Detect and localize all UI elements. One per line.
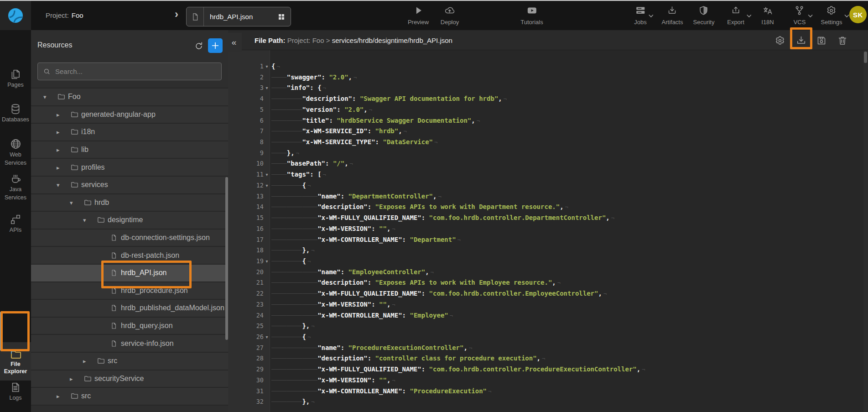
caret-down-icon[interactable]: ▾ (83, 217, 86, 224)
fold-caret-icon[interactable]: ▾ (264, 180, 270, 191)
search-input[interactable] (38, 63, 221, 80)
folder-icon (70, 110, 79, 119)
menu-i18n[interactable]: I18N (761, 5, 774, 26)
refresh-button[interactable] (193, 40, 205, 52)
tree-item-hrdb-procedure-json[interactable]: hrdb_procedure.json (31, 282, 228, 299)
file-path-label: File Path: (255, 37, 287, 44)
eol-marker: ¬ (311, 247, 314, 254)
tree-item-designtime[interactable]: ▾designtime (31, 211, 228, 229)
caret-right-icon[interactable]: ▸ (57, 111, 60, 118)
tree-item-hrdb-query-json[interactable]: hrdb_query.json (31, 317, 228, 334)
eol-marker: ¬ (557, 280, 561, 286)
sidebar-item-databases[interactable]: Databases (0, 103, 31, 123)
caret-right-icon[interactable]: ▸ (70, 375, 73, 382)
eol-marker: ¬ (603, 291, 607, 297)
editor-scrollbar-track (863, 50, 868, 412)
tree-item-services[interactable]: ▾services (31, 176, 228, 193)
menu-export[interactable]: Export (727, 5, 744, 26)
sidebar-item-apis[interactable]: APIs (0, 214, 31, 234)
caret-right-icon[interactable]: ▸ (83, 358, 86, 365)
save-button[interactable] (816, 35, 827, 47)
fold-gutter (264, 213, 270, 224)
nav-label: APIs (10, 227, 21, 234)
menu-jobs[interactable]: Jobs (634, 5, 646, 26)
fold-gutter (264, 202, 270, 213)
sidebar-item-logs[interactable]: Logs (0, 381, 31, 402)
tree-item-hrdb-api-json[interactable]: hrdb_API.json (31, 264, 228, 282)
nav-label: Services (5, 160, 26, 167)
file-icon (110, 304, 118, 313)
caret-down-icon[interactable]: ▾ (57, 182, 60, 188)
app-logo[interactable] (0, 1, 31, 30)
user-avatar[interactable]: SK (849, 6, 867, 23)
tree-item-db-connection-settings-json[interactable]: db-connection-settings.json (31, 229, 228, 246)
tree-item-hrdb[interactable]: ▾hrdb (31, 193, 228, 211)
eol-marker: ¬ (611, 215, 614, 221)
caret-down-icon[interactable]: ▾ (43, 94, 47, 100)
sidebar-item-file-explorer[interactable]: FileExplorer (0, 342, 31, 381)
download-tray-icon (667, 5, 678, 16)
menu-vcs[interactable]: VCS (794, 5, 806, 26)
add-button[interactable] (208, 38, 223, 53)
menu-settings[interactable]: Settings (821, 5, 842, 26)
tree-item-service-info-json[interactable]: service-info.json (31, 334, 228, 352)
caret-down-icon[interactable]: ▾ (70, 199, 73, 206)
fold-gutter (264, 288, 270, 299)
sidebar-item-web-services[interactable]: WebServices (0, 138, 31, 167)
tree-item-db-rest-patch-json[interactable]: db-rest-patch.json (31, 246, 228, 264)
eol-marker: ¬ (488, 388, 491, 395)
tree-item-lib[interactable]: ▸lib (31, 141, 228, 158)
caret-right-icon[interactable]: ▸ (57, 164, 60, 171)
sidebar-item-pages[interactable]: Pages (0, 68, 31, 89)
code-line-26: 26▾ {¬ (228, 332, 868, 343)
line-number: 4 (228, 94, 264, 104)
editor-scrollbar-thumb[interactable] (864, 52, 867, 63)
plus-icon (210, 41, 220, 51)
database-icon (10, 103, 21, 115)
grid-icon[interactable] (277, 13, 286, 21)
collapse-panel-button[interactable]: « (226, 33, 242, 52)
code-line-2: 2 "swagger": "2.0",¬ (228, 72, 868, 83)
delete-button[interactable] (837, 35, 848, 47)
tree-item-label: hrdb (94, 198, 109, 207)
caret-right-icon[interactable]: ▸ (57, 393, 60, 400)
menu-label: Jobs (634, 19, 646, 26)
download-button[interactable] (795, 35, 807, 47)
gear-icon (826, 5, 837, 16)
tree-item-securityservice[interactable]: ▸securityService (31, 370, 228, 387)
tree-item-label: hrdb_query.json (121, 322, 173, 330)
coffee-icon (10, 172, 22, 185)
fold-caret-icon[interactable]: ▾ (264, 256, 270, 267)
menu-label: Security (693, 19, 715, 26)
tree-item-label: hrdb_procedure.json (121, 287, 188, 295)
project-title: Project: Foo (46, 0, 83, 30)
menu-deploy[interactable]: Deploy (441, 5, 459, 26)
tree-item-i18n[interactable]: ▸i18n (31, 123, 228, 141)
fold-caret-icon[interactable]: ▾ (264, 83, 270, 94)
fold-gutter (264, 343, 270, 354)
sidebar-item-java-services[interactable]: JavaServices (0, 172, 31, 201)
menu-preview[interactable]: Preview (408, 5, 429, 26)
tree-item-src[interactable]: ▸src (31, 352, 228, 370)
fold-caret-icon[interactable]: ▾ (264, 61, 270, 72)
open-file-tab[interactable]: hrdb_API.json (186, 7, 291, 26)
caret-right-icon[interactable]: ▸ (57, 129, 60, 136)
code-line-3: 3▾ "info": {¬ (228, 83, 868, 94)
menu-tutorials[interactable]: Tutorials (520, 5, 543, 26)
tree-item-foo[interactable]: ▾Foo (31, 88, 228, 105)
tree-item-generated-angular-app[interactable]: ▸generated-angular-app (31, 105, 228, 123)
chevron-down-icon (746, 14, 752, 18)
tree-item-profiles[interactable]: ▸profiles (31, 158, 228, 176)
fold-caret-icon[interactable]: ▾ (264, 169, 270, 180)
menu-security[interactable]: Security (693, 5, 715, 26)
caret-right-icon[interactable]: ▸ (57, 146, 60, 153)
chevron-down-icon (807, 14, 813, 18)
fold-caret-icon[interactable]: ▾ (264, 332, 270, 343)
settings-button[interactable] (774, 35, 786, 47)
menu-artifacts[interactable]: Artifacts (662, 5, 683, 26)
code-editor[interactable]: 1▾{¬2 "swagger": "2.0",¬3▾ "info": {¬4 "… (228, 50, 868, 412)
tree-item-src[interactable]: ▸src (31, 387, 228, 405)
tree-item-hrdb-published-datamodel-json[interactable]: hrdb_published_dataModel.json (31, 299, 228, 317)
file-icon (110, 322, 118, 330)
code-line-22: 22 "x-WM-FULLY_QUALIFIED_NAME": "com.foo… (228, 288, 868, 299)
